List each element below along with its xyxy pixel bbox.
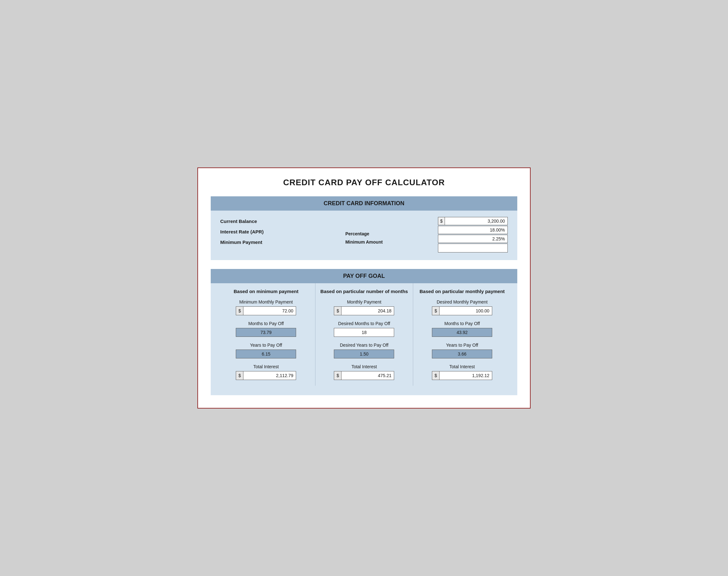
col2-value4-row[interactable]: $ 475.21 [334, 371, 394, 380]
col3-value1: 100.00 [440, 307, 492, 315]
cc-info-header: CREDIT CARD INFORMATION [211, 196, 517, 211]
col1-label1: Minimum Monthly Payment [239, 299, 293, 305]
col2-value4: 475.21 [341, 371, 394, 380]
percentage-label: Percentage [345, 230, 383, 238]
cc-middle: Percentage Minimum Amount [345, 217, 383, 247]
main-title: CREDIT CARD PAY OFF CALCULATOR [211, 178, 517, 188]
cc-labels: Current Balance Interest Rate (APR) Mini… [220, 217, 290, 247]
col1-value4: 2,112.79 [244, 371, 296, 380]
interest-label: Interest Rate (APR) [220, 227, 290, 236]
col3-value1-row[interactable]: $ 100.00 [432, 307, 492, 315]
col2-value1-row[interactable]: $ 204.18 [334, 307, 394, 315]
balance-dollar-sign: $ [438, 217, 445, 225]
col3-label2: Months to Pay Off [444, 321, 480, 326]
interest-input[interactable]: 18.00% [438, 226, 508, 234]
payoff-col-3: Based on particular monthly payment Desi… [413, 283, 511, 386]
col3-label3: Years to Pay Off [446, 343, 478, 348]
col2-label3: Desired Years to Pay Off [340, 343, 388, 348]
col3-label1: Desired Monthly Payment [437, 299, 487, 305]
col1-header: Based on minimum payment [233, 288, 298, 295]
col1-value3: 6.15 [236, 349, 296, 358]
col1-value4-row[interactable]: $ 2,112.79 [236, 371, 296, 380]
col3-dollar4: $ [432, 371, 440, 380]
balance-label: Current Balance [220, 217, 290, 226]
min-pct-input[interactable]: 2.25% [438, 235, 508, 243]
col1-value1-row[interactable]: $ 72.00 [236, 307, 296, 315]
col2-label4: Total Interest [351, 364, 377, 369]
col3-label4: Total Interest [449, 364, 475, 369]
col1-dollar4: $ [236, 371, 244, 380]
cc-info-section: Current Balance Interest Rate (APR) Mini… [211, 211, 517, 260]
payoff-header: PAY OFF GOAL [211, 269, 517, 283]
col3-dollar1: $ [432, 307, 440, 315]
col2-label1: Monthly Payment [347, 299, 381, 305]
col1-label2: Months to Pay Off [248, 321, 284, 326]
balance-value: 3,200.00 [445, 217, 507, 225]
col3-value2: 43.92 [432, 328, 492, 337]
min-amount-input[interactable] [438, 243, 508, 253]
col3-header: Based on particular monthly payment [420, 288, 505, 295]
col1-dollar1: $ [236, 307, 244, 315]
payoff-section: Based on minimum payment Minimum Monthly… [211, 283, 517, 396]
col2-dollar1: $ [334, 307, 341, 315]
col1-label4: Total Interest [253, 364, 279, 369]
col2-value3: 1.50 [334, 349, 394, 358]
payoff-grid: Based on minimum payment Minimum Monthly… [211, 283, 517, 396]
payoff-col-1: Based on minimum payment Minimum Monthly… [217, 283, 315, 386]
col2-value1: 204.18 [341, 307, 394, 315]
balance-input-row[interactable]: $ 3,200.00 [438, 217, 508, 225]
col2-label2: Desired Months to Pay Off [338, 321, 390, 326]
col1-value2: 73.79 [236, 328, 296, 337]
col2-header: Based on particular number of months [320, 288, 408, 295]
minimum-amount-label: Minimum Amount [345, 238, 383, 247]
col1-value1: 72.00 [244, 307, 296, 315]
cc-inputs: $ 3,200.00 18.00% 2.25% [438, 217, 508, 253]
col3-value4-row[interactable]: $ 1,192.12 [432, 371, 492, 380]
col1-label3: Years to Pay Off [250, 343, 282, 348]
payoff-col-2: Based on particular number of months Mon… [315, 283, 413, 386]
col3-value3: 3.66 [432, 349, 492, 358]
calculator-container: CREDIT CARD PAY OFF CALCULATOR CREDIT CA… [197, 168, 531, 409]
col3-value4: 1,192.12 [440, 371, 492, 380]
col2-value2[interactable]: 18 [334, 328, 394, 337]
cc-info-grid: Current Balance Interest Rate (APR) Mini… [220, 217, 508, 253]
minimum-label: Minimum Payment [220, 238, 290, 247]
col2-dollar4: $ [334, 371, 341, 380]
